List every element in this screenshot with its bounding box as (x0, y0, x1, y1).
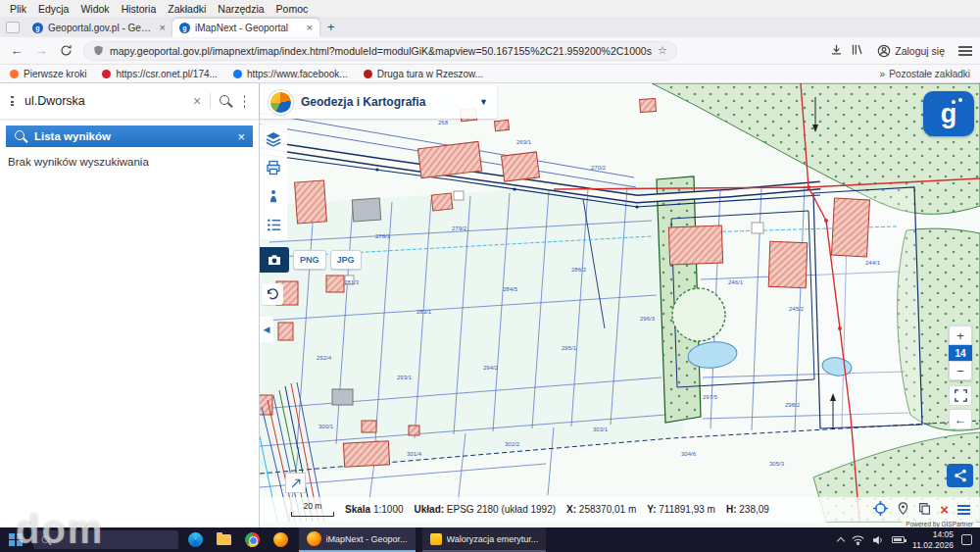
tab-close-icon[interactable]: × (307, 23, 313, 33)
menu-pomoc[interactable]: Pomoc (270, 3, 315, 15)
menu-historia[interactable]: Historia (116, 3, 163, 15)
taskbar-window-waloryzacja[interactable]: Waloryzacja emerytur... (422, 527, 547, 552)
back-icon[interactable]: ← (6, 40, 27, 62)
bookmark-star-icon[interactable]: ☆ (658, 44, 667, 57)
results-title: Lista wyników (34, 130, 111, 142)
search-panel: × Lista wyników × Brak wyników wyszukiwa… (0, 83, 260, 527)
bookmark-item[interactable]: Druga tura w Rzeszow... (364, 69, 483, 79)
svg-text:281/3: 281/3 (344, 279, 360, 285)
taskbar-search-box[interactable] (33, 530, 178, 549)
collapse-panel-icon[interactable]: ◀ (260, 317, 273, 342)
bookmark-item[interactable]: Pierwsze kroki (10, 69, 86, 79)
download-icon[interactable] (830, 42, 843, 60)
scale-readout: Skala 1:1000 (345, 504, 404, 515)
center-map-icon[interactable] (873, 501, 888, 518)
menu-widok[interactable]: Widok (74, 3, 115, 15)
bookmarks-bar: Pierwsze kroki https://csr.onet.pl/174..… (0, 65, 980, 83)
x-coordinate: X: 258370,01 m (566, 504, 636, 515)
wifi-icon[interactable] (852, 531, 864, 549)
clock[interactable]: 14:05 11.02.2026 (912, 529, 954, 549)
previous-view-icon[interactable]: ← (949, 409, 972, 429)
module-dropdown[interactable]: Geodezja i Kartografia (301, 95, 471, 109)
h-coordinate: H: 238,09 (726, 504, 769, 515)
svg-text:284/5: 284/5 (503, 286, 518, 292)
location-pin-icon[interactable] (897, 502, 909, 517)
tab-close-icon[interactable]: × (160, 23, 166, 33)
svg-text:283/1: 283/1 (416, 309, 432, 315)
bookmark-item[interactable]: https://csr.onet.pl/174... (102, 69, 217, 79)
browser-menu-icon[interactable] (958, 46, 972, 56)
status-menu-icon[interactable] (957, 505, 970, 515)
taskbar-edge-icon[interactable] (185, 528, 207, 552)
tray-expand-icon[interactable] (837, 536, 845, 544)
browser-menu-bar: Plik Edycja Widok Historia Zakładki Narz… (0, 0, 980, 17)
svg-text:300/1: 300/1 (318, 424, 334, 429)
tab-bar: g Geoportal.gov.pl - Geoportal In × g iM… (0, 17, 980, 37)
png-button[interactable]: PNG (293, 250, 326, 270)
login-button[interactable]: Zaloguj się (871, 42, 951, 60)
legend-icon[interactable] (266, 217, 281, 232)
speaker-icon[interactable] (872, 531, 884, 549)
close-status-icon[interactable]: × (940, 502, 949, 517)
shield-icon[interactable] (93, 42, 104, 60)
map-viewport[interactable]: 278/1279/2281/3283/1284/5286/2292/4293/1… (260, 83, 980, 527)
bookmark-item[interactable]: https://www.facebook... (233, 69, 348, 79)
time-label: 14:05 (933, 529, 954, 539)
taskbar-folder-icon[interactable] (214, 528, 235, 552)
url-bar[interactable]: mapy.geoportal.gov.pl/imapnext/imap/inde… (83, 41, 677, 61)
svg-text:278/1: 278/1 (375, 233, 391, 239)
svg-text:270/2: 270/2 (591, 165, 607, 171)
layers-icon[interactable] (266, 131, 281, 147)
refresh-icon[interactable] (55, 40, 76, 62)
y-coordinate: Y: 711891,93 m (647, 504, 715, 515)
menu-edycja[interactable]: Edycja (32, 3, 75, 15)
zoom-out-button[interactable]: − (949, 361, 972, 380)
search-input[interactable] (23, 93, 184, 109)
menu-narzedzia[interactable]: Narzędzia (212, 3, 270, 15)
share-icon[interactable] (947, 464, 973, 487)
forward-icon[interactable]: → (30, 40, 52, 62)
print-icon[interactable] (266, 160, 281, 176)
date-label: 11.02.2026 (912, 540, 954, 550)
other-bookmarks-button[interactable]: » Pozostałe zakładki (880, 69, 970, 79)
taskbar-firefox-icon[interactable] (270, 528, 292, 552)
notification-center-icon[interactable] (961, 534, 972, 545)
taskbar-chrome-icon[interactable] (242, 528, 264, 552)
tab-imapnext[interactable]: g iMapNext - Geoportal × (172, 19, 319, 37)
panel-menu-icon[interactable] (11, 96, 14, 106)
clear-search-icon[interactable]: × (193, 94, 201, 108)
document-icon (430, 533, 442, 545)
login-label: Zaloguj się (895, 45, 945, 57)
chevron-down-icon[interactable]: ▼ (479, 97, 488, 107)
zoom-in-button[interactable]: + (949, 326, 972, 345)
camera-icon[interactable] (260, 247, 289, 273)
fullscreen-icon[interactable] (949, 385, 972, 406)
menu-zakladki[interactable]: Zakładki (162, 3, 212, 15)
menu-plik[interactable]: Plik (4, 3, 32, 15)
svg-text:244/1: 244/1 (865, 260, 881, 266)
more-options-icon[interactable] (244, 100, 245, 103)
svg-text:295/1: 295/1 (562, 345, 577, 351)
undo-icon[interactable] (262, 283, 283, 305)
search-icon (40, 534, 51, 545)
svg-text:292/4: 292/4 (317, 355, 332, 361)
new-tab-button[interactable]: + (319, 20, 343, 37)
tab-favicon: g (179, 23, 190, 33)
copy-coordinates-icon[interactable] (918, 502, 931, 517)
geoportal-logo-button[interactable]: g (923, 91, 974, 136)
search-icon[interactable] (219, 94, 232, 108)
jpg-button[interactable]: JPG (330, 250, 362, 270)
close-results-icon[interactable]: × (237, 129, 245, 144)
open-in-new-icon[interactable] (285, 473, 306, 493)
navigation-bar: ← → mapy.geoportal.gov.pl/imapnext/imap/… (0, 37, 980, 65)
battery-icon[interactable] (892, 536, 905, 543)
svg-text:304/6: 304/6 (681, 451, 697, 457)
street-view-icon[interactable] (266, 188, 281, 204)
tab-geoportal-home[interactable]: g Geoportal.gov.pl - Geoportal In × (25, 19, 172, 37)
taskbar-window-imapnext[interactable]: iMapNext - Geopor... (299, 527, 416, 552)
start-button[interactable] (9, 533, 23, 547)
firefox-view-icon[interactable] (6, 22, 20, 33)
cadastral-map[interactable]: 278/1279/2281/3283/1284/5286/2292/4293/1… (260, 83, 980, 527)
library-icon[interactable] (851, 42, 863, 60)
logo-dots (958, 98, 962, 102)
